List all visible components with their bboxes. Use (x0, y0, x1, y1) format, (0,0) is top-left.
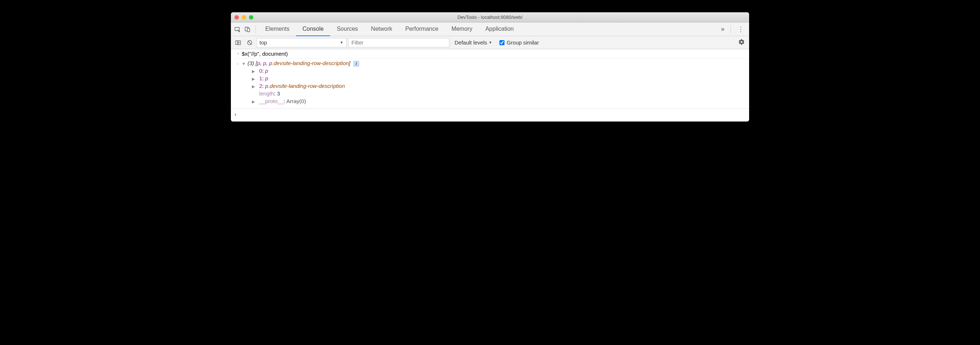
group-similar-label: Group similar (507, 40, 539, 46)
sidebar-toggle-icon[interactable] (233, 38, 243, 48)
array-count: (3) (248, 60, 254, 66)
minimize-button[interactable] (242, 15, 246, 19)
tabs-bar: Elements Console Sources Network Perform… (231, 22, 749, 36)
levels-label: Default levels (455, 40, 487, 46)
array-item[interactable]: p (263, 60, 266, 66)
length-key: length (259, 91, 274, 97)
tab-elements[interactable]: Elements (259, 22, 296, 36)
entry-tag: p (265, 83, 268, 89)
console-output: › $x("//p", document) ‹· ▼ (3) [ p, p, p… (231, 49, 749, 121)
collapse-toggle[interactable]: ▼ (242, 62, 246, 66)
entry-tag: p (265, 75, 268, 81)
svg-marker-5 (239, 42, 239, 43)
inspect-icon[interactable] (232, 24, 242, 34)
console-prompt[interactable]: › (231, 109, 749, 121)
array-item[interactable]: p (269, 60, 272, 66)
prompt-icon: › (234, 111, 236, 117)
maximize-button[interactable] (249, 15, 253, 19)
result-entry[interactable]: ▶ 0: p (234, 67, 746, 75)
devtools-window: DevTools - localhost:8080/web/ Elements … (231, 12, 749, 121)
tab-network[interactable]: Network (364, 22, 399, 36)
close-button[interactable] (234, 15, 239, 19)
entry-tag: p (265, 68, 268, 74)
tab-sources[interactable]: Sources (330, 22, 364, 36)
traffic-lights (231, 15, 253, 19)
group-similar-toggle[interactable]: Group similar (497, 40, 539, 46)
chevron-down-icon: ▼ (488, 40, 492, 45)
output-marker-icon: ‹· (234, 60, 242, 67)
tab-performance[interactable]: Performance (399, 22, 445, 36)
result-preview[interactable]: ▼ (3) [ p, p, p.devsite-landing-row-desc… (242, 60, 746, 67)
svg-line-7 (248, 41, 251, 44)
svg-rect-0 (235, 27, 239, 30)
settings-icon[interactable] (736, 39, 747, 47)
info-icon[interactable]: i (353, 61, 360, 67)
device-mode-icon[interactable] (242, 24, 253, 34)
separator (256, 25, 256, 33)
more-menu-icon[interactable]: ⋮ (734, 25, 748, 33)
close-bracket: ] (349, 60, 350, 66)
filter-input[interactable] (348, 38, 449, 48)
entry-class: .devsite-landing-row-description (268, 83, 345, 89)
clear-console-icon[interactable] (245, 38, 255, 48)
group-similar-checkbox[interactable] (500, 40, 504, 45)
input-marker-icon: › (234, 51, 242, 57)
window-title: DevTools - localhost:8080/web/ (231, 14, 749, 20)
console-toolbar: top ▼ Default levels ▼ Group similar (231, 36, 749, 49)
console-input-line: › $x("//p", document) (231, 49, 749, 59)
array-item-class[interactable]: .devsite-landing-row-description (272, 60, 349, 66)
log-levels-select[interactable]: Default levels ▼ (451, 40, 496, 46)
expand-toggle[interactable]: ▶ (252, 77, 256, 81)
chevron-down-icon: ▼ (340, 40, 344, 45)
context-value: top (259, 40, 267, 46)
tab-strip: Elements Console Sources Network Perform… (259, 22, 716, 36)
proto-key: __proto__ (259, 98, 284, 104)
context-select[interactable]: top ▼ (256, 38, 347, 48)
array-item[interactable]: p (257, 60, 260, 66)
tabs-overflow[interactable]: » (716, 25, 728, 33)
separator (731, 25, 731, 33)
entry-index: 2 (259, 83, 262, 89)
length-value: 3 (277, 91, 280, 97)
result-entry[interactable]: ▶ 2: p.devsite-landing-row-description (234, 82, 746, 90)
entry-index: 0 (259, 68, 262, 74)
expand-toggle[interactable]: ▶ (252, 84, 256, 89)
titlebar: DevTools - localhost:8080/web/ (231, 12, 749, 22)
console-output-line: ‹· ▼ (3) [ p, p, p.devsite-landing-row-d… (231, 59, 749, 109)
svg-rect-2 (247, 28, 250, 32)
expand-toggle[interactable]: ▶ (252, 69, 256, 74)
result-length: ▶ length: 3 (234, 90, 746, 97)
tab-application[interactable]: Application (479, 22, 520, 36)
command-text[interactable]: $x("//p", document) (242, 51, 746, 57)
tab-memory[interactable]: Memory (445, 22, 479, 36)
proto-value: Array(0) (286, 98, 306, 104)
result-entry[interactable]: ▶ 1: p (234, 75, 746, 82)
entry-index: 1 (259, 75, 262, 81)
expand-toggle[interactable]: ▶ (252, 99, 256, 104)
result-proto[interactable]: ▶ __proto__: Array(0) (234, 97, 746, 105)
svg-rect-3 (235, 40, 241, 45)
tab-console[interactable]: Console (296, 22, 330, 36)
